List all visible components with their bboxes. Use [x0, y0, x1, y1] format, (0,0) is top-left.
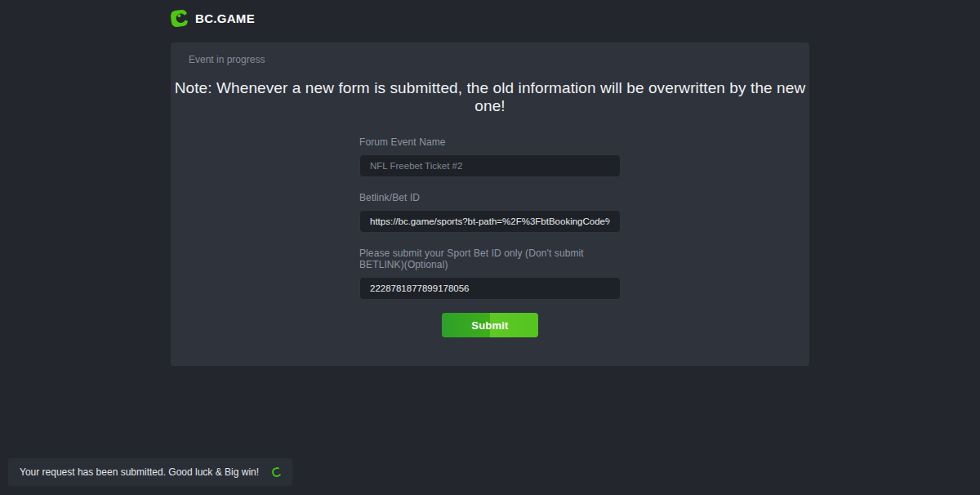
brand-name: BC.GAME	[195, 11, 255, 25]
toast-message: Your request has been submitted. Good lu…	[20, 466, 259, 478]
header: BC.GAME	[0, 0, 980, 36]
bc-game-logo-icon	[170, 9, 189, 28]
sport-bet-id-label: Please submit your Sport Bet ID only (Do…	[359, 247, 621, 270]
betlink-bet-id-input[interactable]	[359, 210, 621, 233]
betlink-bet-id-label: Betlink/Bet ID	[359, 192, 621, 203]
overwrite-note: Note: Whenever a new form is submitted, …	[171, 79, 809, 115]
submit-button[interactable]: Submit	[442, 313, 538, 337]
submission-toast: Your request has been submitted. Good lu…	[8, 458, 292, 486]
event-form-panel: Event in progress Note: Whenever a new f…	[171, 42, 809, 366]
sport-bet-id-input[interactable]	[359, 277, 621, 300]
submit-row: Submit	[359, 313, 621, 337]
brand-logo[interactable]: BC.GAME	[170, 9, 255, 28]
forum-event-name-label: Forum Event Name	[359, 136, 621, 148]
forum-event-name-input[interactable]	[359, 154, 621, 177]
forum-event-name-field: Forum Event Name	[359, 136, 621, 177]
event-form: Forum Event Name Betlink/Bet ID Please s…	[359, 136, 621, 337]
loading-spinner-icon	[271, 466, 283, 479]
event-status-text: Event in progress	[171, 54, 809, 65]
betlink-bet-id-field: Betlink/Bet ID	[359, 192, 621, 233]
sport-bet-id-field: Please submit your Sport Bet ID only (Do…	[359, 247, 621, 300]
